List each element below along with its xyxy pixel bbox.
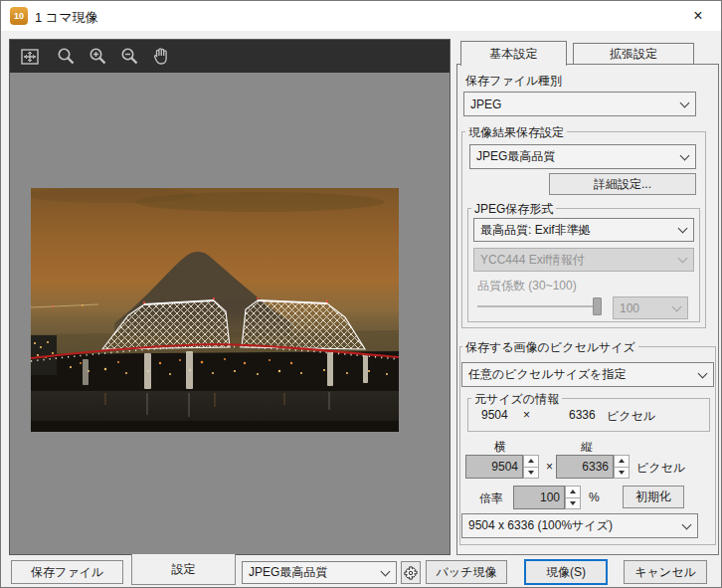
chevron-down-icon	[682, 519, 692, 529]
width-input[interactable]: 9504	[465, 455, 523, 479]
quality-factor-slider-thumb	[593, 297, 602, 315]
zoom-tool-icon[interactable]	[54, 45, 78, 69]
times-glyph: ×	[523, 408, 530, 422]
preview-image	[31, 188, 399, 432]
cancel-button[interactable]: キャンセル	[624, 560, 707, 584]
scale-input[interactable]: 100	[513, 486, 565, 509]
bottom-preset-select[interactable]: JPEG最高品質	[242, 561, 397, 584]
original-size-group-label: 元サイズの情報	[471, 391, 562, 408]
chevron-down-icon	[678, 224, 688, 234]
pixel-mode-value: 任意のピクセルサイズを指定	[468, 366, 627, 383]
pixels-unit-label: ピクセル	[636, 460, 685, 477]
fit-to-window-icon[interactable]	[18, 45, 42, 69]
app-icon: 10	[10, 7, 28, 25]
quality-factor-label: 品質係数 (30~100)	[477, 278, 577, 294]
original-width-value: 9504	[481, 408, 508, 422]
original-pixel-unit: ピクセル	[607, 408, 655, 425]
result-preset-value: JPEG最高品質	[476, 148, 555, 165]
title-bar: 10 1 コマ現像 ×	[1, 1, 721, 31]
preview-panel	[9, 39, 451, 555]
original-height-value: 6336	[569, 408, 596, 422]
batch-develop-button[interactable]: バッチ現像	[426, 560, 507, 584]
zoom-in-icon[interactable]	[86, 45, 109, 69]
spin-down-icon[interactable]	[523, 468, 539, 480]
quality-factor-slider	[477, 305, 601, 307]
chevron-down-icon	[678, 254, 688, 264]
scale-stepper[interactable]	[565, 486, 581, 509]
chevron-down-icon	[672, 301, 682, 311]
dialog-window: 10 1 コマ現像 ×	[0, 0, 722, 588]
spin-up-icon[interactable]	[523, 455, 539, 468]
jpeg-subformat-select: YCC444 Exif情報付	[473, 248, 694, 272]
preview-canvas[interactable]	[10, 73, 450, 554]
spin-down-icon[interactable]	[565, 498, 581, 510]
output-size-value: 9504 x 6336 (100%サイズ)	[468, 517, 613, 534]
zoom-out-icon[interactable]	[117, 45, 141, 69]
output-size-select[interactable]: 9504 x 6336 (100%サイズ)	[461, 513, 698, 538]
preview-toolbar	[10, 40, 450, 73]
jpeg-format-group-label: JPEG保存形式	[471, 201, 556, 218]
chevron-down-icon	[680, 150, 690, 160]
result-preset-select[interactable]: JPEG最高品質	[469, 144, 696, 169]
close-icon[interactable]: ×	[683, 5, 713, 27]
chevron-down-icon	[698, 368, 708, 378]
percent-label: %	[589, 490, 600, 504]
window-title: 1 コマ現像	[35, 9, 97, 27]
preset-gear-button[interactable]	[401, 561, 421, 584]
hand-tool-icon[interactable]	[149, 45, 173, 69]
width-label: 横	[494, 439, 506, 456]
chevron-down-icon	[680, 98, 690, 107]
file-type-value: JPEG	[470, 98, 501, 111]
height-label: 縦	[581, 439, 593, 456]
tab-settings[interactable]: 設定	[131, 554, 236, 585]
gear-icon	[404, 566, 418, 580]
reset-button[interactable]: 初期化	[623, 486, 684, 508]
file-type-select[interactable]: JPEG	[463, 92, 696, 116]
tab-save-files[interactable]: 保存ファイル	[11, 560, 123, 584]
jpeg-subformat-value: YCC444 Exif情報付	[480, 252, 585, 269]
width-stepper[interactable]	[523, 455, 539, 479]
file-type-label: 保存ファイル種別	[465, 73, 562, 90]
times-glyph: ×	[546, 460, 553, 474]
spin-down-icon[interactable]	[614, 468, 630, 480]
tab-extended-settings[interactable]: 拡張設定	[573, 43, 694, 64]
height-stepper[interactable]	[614, 455, 630, 479]
quality-factor-value: 100	[620, 301, 639, 315]
bottom-preset-value: JPEG最高品質	[249, 564, 327, 581]
pixel-size-group-label: 保存する画像のピクセルサイズ	[462, 339, 638, 356]
settings-panel: 保存ファイル種別 JPEG 現像結果保存設定 JPEG最高品質 詳細設定... …	[456, 64, 719, 555]
result-save-group-label: 現像結果保存設定	[465, 124, 567, 141]
detail-settings-button[interactable]: 詳細設定...	[549, 173, 696, 195]
spin-up-icon[interactable]	[614, 455, 630, 468]
quality-factor-select: 100	[613, 296, 688, 319]
pixel-mode-select[interactable]: 任意のピクセルサイズを指定	[461, 362, 714, 387]
jpeg-quality-select[interactable]: 最高品質: Exif非準拠	[473, 218, 694, 242]
jpeg-quality-value: 最高品質: Exif非準拠	[480, 222, 591, 239]
scale-label: 倍率	[479, 490, 503, 507]
height-input[interactable]: 6336	[556, 455, 614, 479]
chevron-down-icon	[381, 566, 391, 576]
tab-basic-settings[interactable]: 基本設定	[460, 41, 567, 66]
develop-button[interactable]: 現像(S)	[524, 559, 608, 585]
spin-up-icon[interactable]	[565, 486, 581, 498]
